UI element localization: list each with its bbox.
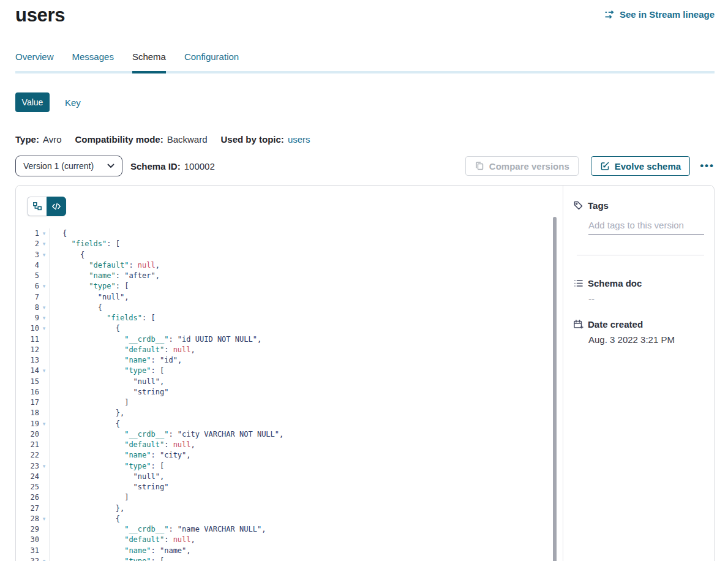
line-number: 18 bbox=[16, 408, 39, 418]
tab-track bbox=[15, 71, 715, 73]
schema-code-editor[interactable]: 1▾{2▾ "fields": [3▾ {4 "default": null,5… bbox=[16, 228, 562, 561]
line-number: 12 bbox=[16, 345, 39, 355]
code-text: "name": "after", bbox=[62, 271, 160, 281]
value-tab-button[interactable]: Value bbox=[15, 92, 50, 112]
fold-arrow-icon[interactable]: ▾ bbox=[39, 281, 50, 292]
code-text: "__crdb__": "id UUID NOT NULL", bbox=[62, 334, 261, 345]
code-line: 32▾ "type": [ bbox=[16, 556, 562, 561]
code-text: "type": [ bbox=[62, 461, 164, 472]
code-text: "type": [ bbox=[62, 281, 129, 292]
line-number: 4 bbox=[16, 260, 39, 271]
code-line: 15 "null", bbox=[16, 377, 562, 387]
code-text: "string" bbox=[62, 482, 168, 492]
fold-arrow-icon[interactable]: ▾ bbox=[39, 419, 50, 429]
tabs: OverviewMessagesSchemaConfiguration bbox=[15, 51, 715, 70]
code-text: "default": null, bbox=[62, 260, 160, 271]
line-number: 26 bbox=[16, 492, 39, 503]
tab-bar: OverviewMessagesSchemaConfiguration bbox=[15, 51, 715, 73]
key-tab-button[interactable]: Key bbox=[65, 97, 81, 108]
tree-view-icon[interactable] bbox=[27, 197, 47, 216]
fold-arrow-icon[interactable]: ▾ bbox=[39, 556, 50, 561]
evolve-schema-button[interactable]: Evolve schema bbox=[591, 156, 690, 176]
topic-link[interactable]: users bbox=[288, 134, 310, 145]
code-line: 29 "__crdb__": "name VARCHAR NULL", bbox=[16, 524, 562, 535]
fold-gutter bbox=[39, 472, 50, 482]
code-line: 23▾ "type": [ bbox=[16, 461, 562, 472]
date-created-value: Aug. 3 2022 3:21 PM bbox=[588, 334, 704, 345]
tab-schema[interactable]: Schema bbox=[132, 51, 166, 70]
line-number: 23 bbox=[16, 461, 39, 472]
fold-arrow-icon[interactable]: ▾ bbox=[39, 228, 50, 239]
line-number: 15 bbox=[16, 377, 39, 387]
see-in-stream-lineage-link[interactable]: See in Stream lineage bbox=[604, 9, 715, 20]
code-line: 7 "null", bbox=[16, 292, 562, 303]
line-number: 9 bbox=[16, 313, 39, 323]
line-number: 5 bbox=[16, 271, 39, 281]
code-line: 8▾ { bbox=[16, 303, 562, 313]
code-text: "__crdb__": "city VARCHAR NOT NULL", bbox=[62, 429, 283, 440]
code-text: }, bbox=[62, 503, 124, 514]
schema-meta-row: Type: Avro Compatibility mode: Backward … bbox=[15, 134, 715, 145]
code-text: "type": [ bbox=[62, 556, 164, 561]
compare-versions-button[interactable]: Compare versions bbox=[465, 156, 579, 176]
chevron-down-icon bbox=[107, 164, 114, 168]
schema-details-sidebar: Tags Schema doc -- bbox=[563, 186, 714, 561]
fold-arrow-icon[interactable]: ▾ bbox=[39, 461, 50, 472]
code-view-icon[interactable] bbox=[47, 197, 66, 216]
fold-arrow-icon[interactable]: ▾ bbox=[39, 366, 50, 376]
code-text: "null", bbox=[62, 377, 164, 387]
code-text: "name": "city", bbox=[62, 450, 191, 461]
page-header: users See in Stream lineage bbox=[15, 0, 715, 32]
code-text: { bbox=[62, 303, 102, 313]
fold-gutter bbox=[39, 535, 50, 545]
fold-arrow-icon[interactable]: ▾ bbox=[39, 250, 50, 260]
version-bar: Version 1 (current) Schema ID: 100002 Co… bbox=[15, 156, 715, 176]
add-tags-input[interactable] bbox=[588, 220, 704, 235]
schema-id-value: 100002 bbox=[184, 161, 215, 171]
list-icon bbox=[573, 278, 584, 288]
code-line: 30 "default": null, bbox=[16, 535, 562, 545]
code-text: "name": "name", bbox=[62, 546, 191, 556]
line-number: 6 bbox=[16, 281, 39, 292]
fold-arrow-icon[interactable]: ▾ bbox=[39, 514, 50, 524]
line-number: 14 bbox=[16, 366, 39, 376]
tag-icon bbox=[573, 200, 584, 211]
fold-gutter bbox=[39, 440, 50, 450]
schema-doc-section-header: Schema doc bbox=[573, 278, 704, 288]
code-text: { bbox=[62, 250, 84, 260]
fold-gutter bbox=[39, 408, 50, 418]
editor-scrollbar[interactable] bbox=[553, 217, 557, 561]
fold-gutter bbox=[39, 397, 50, 408]
schema-id-label: Schema ID: bbox=[130, 161, 181, 171]
more-actions-button[interactable]: ••• bbox=[700, 156, 715, 176]
fold-arrow-icon[interactable]: ▾ bbox=[39, 313, 50, 323]
tab-overview[interactable]: Overview bbox=[15, 51, 54, 70]
fold-arrow-icon[interactable]: ▾ bbox=[39, 239, 50, 249]
tab-configuration[interactable]: Configuration bbox=[184, 51, 239, 70]
code-line: 12 "default": null, bbox=[16, 345, 562, 355]
code-line: 28▾ { bbox=[16, 514, 562, 524]
version-select[interactable]: Version 1 (current) bbox=[15, 156, 122, 176]
tab-messages[interactable]: Messages bbox=[72, 51, 114, 70]
code-line: 19▾ { bbox=[16, 419, 562, 429]
code-line: 13 "name": "id", bbox=[16, 355, 562, 366]
code-text: { bbox=[62, 514, 120, 524]
code-line: 16 "string" bbox=[16, 387, 562, 397]
fold-arrow-icon[interactable]: ▾ bbox=[39, 303, 50, 313]
fold-arrow-icon[interactable]: ▾ bbox=[39, 323, 50, 334]
schema-page: users See in Stream lineage OverviewMess… bbox=[0, 0, 728, 561]
code-text: ] bbox=[62, 492, 129, 503]
line-number: 29 bbox=[16, 524, 39, 535]
code-text: "fields": [ bbox=[62, 239, 120, 249]
code-line: 31 "name": "name", bbox=[16, 546, 562, 556]
code-text: "null", bbox=[62, 472, 164, 482]
code-line: 9▾ "fields": [ bbox=[16, 313, 562, 323]
fold-gutter bbox=[39, 292, 50, 303]
code-text: }, bbox=[62, 408, 124, 418]
fold-gutter bbox=[39, 503, 50, 514]
code-text: "default": null, bbox=[62, 440, 195, 450]
code-line: 11 "__crdb__": "id UUID NOT NULL", bbox=[16, 334, 562, 345]
line-number: 2 bbox=[16, 239, 39, 249]
code-line: 21 "default": null, bbox=[16, 440, 562, 450]
line-number: 32 bbox=[16, 556, 39, 561]
